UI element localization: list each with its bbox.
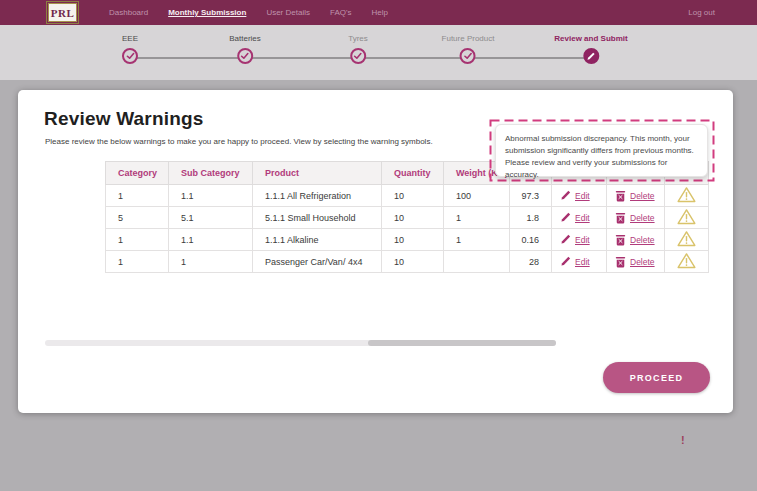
cell-weight [444,251,510,273]
check-circle-icon [350,48,366,64]
cell-value: 97.3 [510,185,552,207]
edit-pencil-icon[interactable] [560,256,571,267]
pencil-circle-icon [583,48,599,64]
horizontal-scrollbar-track[interactable] [45,340,556,346]
footer-alert-mark: ! [681,434,685,446]
delete-trash-icon[interactable] [615,256,626,268]
cell-category: 1 [106,251,169,273]
cell-sub-category: 1.1 [169,185,253,207]
check-circle-icon [237,48,253,64]
column-header-category: Category [106,162,169,185]
column-header-product: Product [253,162,382,185]
check-circle-icon [460,48,476,64]
edit-pencil-icon[interactable] [560,190,571,201]
warning-triangle-icon[interactable] [677,230,696,247]
delete-link[interactable]: Delete [630,235,655,245]
edit-pencil-icon[interactable] [560,212,571,223]
cell-product: 1.1.1 All Refrigeration [253,185,382,207]
table-row: 1 1.1 1.1.1 All Refrigeration 10 100 97.… [106,185,709,207]
cell-sub-category: 1 [169,251,253,273]
cell-value: 0.16 [510,229,552,251]
column-header-quantity: Quantity [382,162,444,185]
logout-button[interactable]: Log out [688,8,715,17]
proceed-button[interactable]: PROCEED [603,362,710,393]
cell-quantity: 10 [382,207,444,229]
cell-product: Passenger Car/Van/ 4x4 [253,251,382,273]
warning-triangle-icon[interactable] [677,208,696,225]
table-row: 1 1.1 1.1.1 Alkaline 10 1 0.16 [106,229,709,251]
edit-link[interactable]: Edit [575,213,590,223]
warning-triangle-icon[interactable] [677,252,696,269]
delete-link[interactable]: Delete [630,213,655,223]
warning-triangle-icon[interactable] [677,186,696,203]
abnormal-submission-tooltip: Abnormal submission discrepancy. This mo… [489,119,715,182]
table-body: 1 1.1 1.1.1 All Refrigeration 10 100 97.… [106,185,709,273]
cell-value: 1.8 [510,207,552,229]
step-future-product[interactable]: Future Product [442,34,495,64]
nav-item-monthly-submission[interactable]: Monthly Submission [168,8,246,17]
edit-link[interactable]: Edit [575,191,590,201]
cell-weight: 1 [444,207,510,229]
delete-trash-icon[interactable] [615,190,626,202]
cell-sub-category: 1.1 [169,229,253,251]
edit-link[interactable]: Edit [575,257,590,267]
horizontal-scrollbar-thumb[interactable] [368,340,556,346]
step-label: EEE [122,34,138,43]
check-circle-icon [122,48,138,64]
top-navbar: PRL Dashboard Monthly Submission User De… [0,0,757,25]
cell-sub-category: 5.1 [169,207,253,229]
cell-weight: 1 [444,229,510,251]
cell-quantity: 10 [382,229,444,251]
cell-quantity: 10 [382,185,444,207]
table-row: 5 5.1 5.1.1 Small Household 10 1 1.8 [106,207,709,229]
app-screen: PRL Dashboard Monthly Submission User De… [0,0,757,491]
stepper: EEE Batteries Tyres Future Product Revie [0,25,757,80]
delete-trash-icon[interactable] [615,212,626,224]
step-label: Future Product [442,34,495,43]
prl-logo-text: PRL [51,7,75,19]
cell-product: 5.1.1 Small Household [253,207,382,229]
nav-item-dashboard[interactable]: Dashboard [109,8,148,17]
step-review-and-submit[interactable]: Review and Submit [554,34,627,64]
page-subtitle: Please review the below warnings to make… [45,137,433,146]
review-warnings-card: Review Warnings Please review the below … [18,90,733,413]
cell-category: 1 [106,229,169,251]
tooltip-text: Abnormal submission discrepancy. This mo… [495,124,708,177]
step-label: Batteries [229,34,261,43]
page-title: Review Warnings [44,108,204,130]
step-batteries[interactable]: Batteries [229,34,261,64]
column-header-sub-category: Sub Category [169,162,253,185]
prl-logo: PRL [48,3,77,22]
cell-product: 1.1.1 Alkaline [253,229,382,251]
delete-link[interactable]: Delete [630,191,655,201]
step-tyres[interactable]: Tyres [348,34,368,64]
edit-pencil-icon[interactable] [560,234,571,245]
cell-category: 1 [106,185,169,207]
table-row: 1 1 Passenger Car/Van/ 4x4 10 28 [106,251,709,273]
nav-item-user-details[interactable]: User Details [266,8,310,17]
step-label: Tyres [348,34,368,43]
cell-value: 28 [510,251,552,273]
nav-item-help[interactable]: Help [371,8,387,17]
nav-item-faqs[interactable]: FAQ's [330,8,352,17]
step-eee[interactable]: EEE [122,34,138,64]
cell-quantity: 10 [382,251,444,273]
cell-weight: 100 [444,185,510,207]
step-label: Review and Submit [554,34,627,43]
delete-link[interactable]: Delete [630,257,655,267]
edit-link[interactable]: Edit [575,235,590,245]
cell-category: 5 [106,207,169,229]
delete-trash-icon[interactable] [615,234,626,246]
